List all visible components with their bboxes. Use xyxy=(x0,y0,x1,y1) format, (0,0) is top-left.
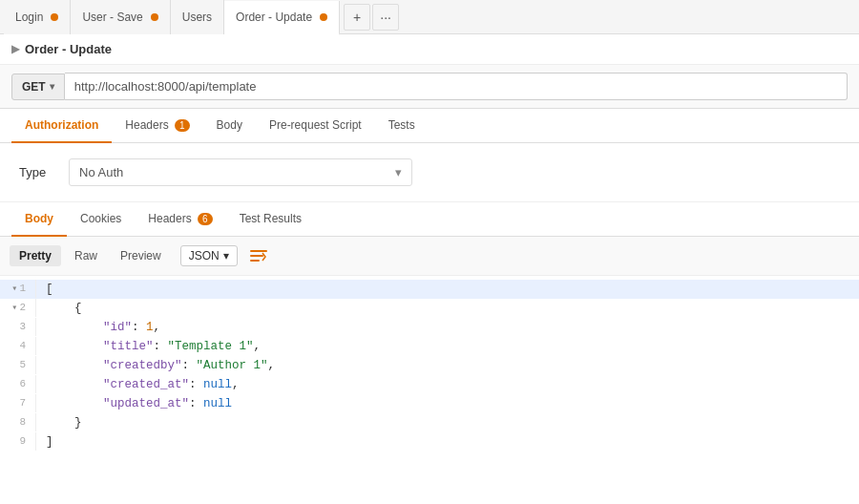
tab-login[interactable]: Login xyxy=(4,0,71,34)
tab-users[interactable]: Users xyxy=(171,0,224,34)
line-content: } xyxy=(46,413,82,432)
tab-actions: + ··· xyxy=(344,4,399,31)
auth-type-select[interactable]: No Auth ▾ xyxy=(69,158,412,186)
svg-rect-2 xyxy=(250,260,260,262)
code-line: 7 "updated_at": null xyxy=(0,394,859,413)
tab-body-request[interactable]: Body xyxy=(203,109,256,143)
line-number: 9 xyxy=(0,432,36,451)
line-number: 4 xyxy=(0,337,36,355)
auth-type-label: Type xyxy=(19,165,57,179)
line-content: "title": "Template 1", xyxy=(46,337,261,356)
line-number: 3 xyxy=(0,318,36,336)
line-number: ▾1 xyxy=(0,280,36,298)
tab-response-headers[interactable]: Headers 6 xyxy=(135,202,225,237)
line-content: "updated_at": null xyxy=(46,394,232,413)
tab-headers-request[interactable]: Headers 1 xyxy=(112,109,202,143)
tab-response-headers-label: Headers xyxy=(148,212,191,225)
tab-headers-request-label: Headers xyxy=(125,118,168,132)
svg-rect-0 xyxy=(250,250,267,252)
tab-login-dot xyxy=(51,13,58,21)
format-bar: Pretty Raw Preview JSON ▾ xyxy=(0,237,859,276)
url-bar: GET ▾ xyxy=(0,65,859,109)
line-content: [ xyxy=(46,280,53,299)
headers-badge: 1 xyxy=(175,119,190,132)
tab-user-save-dot xyxy=(151,13,158,21)
response-tabs: Body Cookies Headers 6 Test Results xyxy=(0,202,859,237)
line-number: 8 xyxy=(0,413,36,431)
tab-tests[interactable]: Tests xyxy=(375,109,429,143)
code-line: 8 } xyxy=(0,413,859,432)
code-panel: ▾1[▾2 {3 "id": 1,4 "title": "Template 1"… xyxy=(0,276,859,455)
collapse-icon[interactable]: ▾ xyxy=(11,301,17,316)
code-line: ▾2 { xyxy=(0,299,859,318)
method-button[interactable]: GET ▾ xyxy=(11,74,65,100)
tab-pre-request-script-label: Pre-request Script xyxy=(269,118,362,132)
auth-section: Type No Auth ▾ xyxy=(0,143,859,202)
method-label: GET xyxy=(22,80,46,94)
method-chevron-icon: ▾ xyxy=(50,81,54,92)
auth-row: Type No Auth ▾ xyxy=(19,158,840,186)
tab-response-cookies-label: Cookies xyxy=(80,212,121,225)
tab-body-request-label: Body xyxy=(217,118,242,132)
request-title-text: Order - Update xyxy=(25,42,112,56)
tab-authorization[interactable]: Authorization xyxy=(11,109,112,143)
collapse-arrow-icon[interactable]: ▶ xyxy=(11,43,19,55)
url-input[interactable] xyxy=(65,73,848,100)
tab-user-save[interactable]: User - Save xyxy=(71,0,170,34)
tab-response-cookies[interactable]: Cookies xyxy=(67,202,135,237)
section-tabs: Authorization Headers 1 Body Pre-request… xyxy=(0,109,859,143)
wrap-button[interactable] xyxy=(245,242,272,269)
format-chevron-icon: ▾ xyxy=(223,249,229,262)
line-content: "createdby": "Author 1", xyxy=(46,356,275,375)
add-tab-button[interactable]: + xyxy=(344,4,370,31)
preview-button[interactable]: Preview xyxy=(111,245,171,266)
line-content: "created_at": null, xyxy=(46,375,240,394)
line-content: "id": 1, xyxy=(46,318,160,337)
line-number: 7 xyxy=(0,394,36,412)
format-select[interactable]: JSON ▾ xyxy=(180,245,238,266)
request-title-bar: ▶ Order - Update xyxy=(0,34,859,65)
pretty-button[interactable]: Pretty xyxy=(10,245,61,266)
response-headers-badge: 6 xyxy=(198,213,213,225)
auth-type-value: No Auth xyxy=(79,165,123,179)
tab-order-update[interactable]: Order - Update xyxy=(224,1,340,35)
tab-bar: Login User - Save Users Order - Update +… xyxy=(0,0,859,34)
more-tabs-button[interactable]: ··· xyxy=(372,4,399,31)
code-line: 5 "createdby": "Author 1", xyxy=(0,356,859,375)
format-value: JSON xyxy=(189,249,220,262)
tab-response-test-results[interactable]: Test Results xyxy=(226,202,315,237)
code-line: 3 "id": 1, xyxy=(0,318,859,337)
tab-login-label: Login xyxy=(15,10,43,24)
tab-user-save-label: User - Save xyxy=(82,10,142,24)
code-line: 6 "created_at": null, xyxy=(0,375,859,394)
line-number: ▾2 xyxy=(0,299,36,317)
tab-pre-request-script[interactable]: Pre-request Script xyxy=(256,109,375,143)
tab-response-body-label: Body xyxy=(25,212,53,225)
line-content: ] xyxy=(46,432,53,452)
line-content: { xyxy=(46,299,82,318)
code-line: 9] xyxy=(0,432,859,452)
raw-button[interactable]: Raw xyxy=(65,245,107,266)
tab-response-body[interactable]: Body xyxy=(11,202,67,237)
code-line: ▾1[ xyxy=(0,280,859,299)
collapse-icon[interactable]: ▾ xyxy=(11,282,17,297)
svg-rect-1 xyxy=(250,255,263,257)
code-line: 4 "title": "Template 1", xyxy=(0,337,859,356)
tab-tests-label: Tests xyxy=(388,118,415,132)
auth-type-chevron-icon: ▾ xyxy=(395,165,402,179)
line-number: 5 xyxy=(0,356,36,374)
tab-authorization-label: Authorization xyxy=(25,118,98,132)
tab-order-update-dot xyxy=(320,13,327,21)
line-number: 6 xyxy=(0,375,36,393)
tab-users-label: Users xyxy=(182,10,212,24)
tab-response-test-results-label: Test Results xyxy=(240,212,302,225)
tab-order-update-label: Order - Update xyxy=(236,10,312,24)
